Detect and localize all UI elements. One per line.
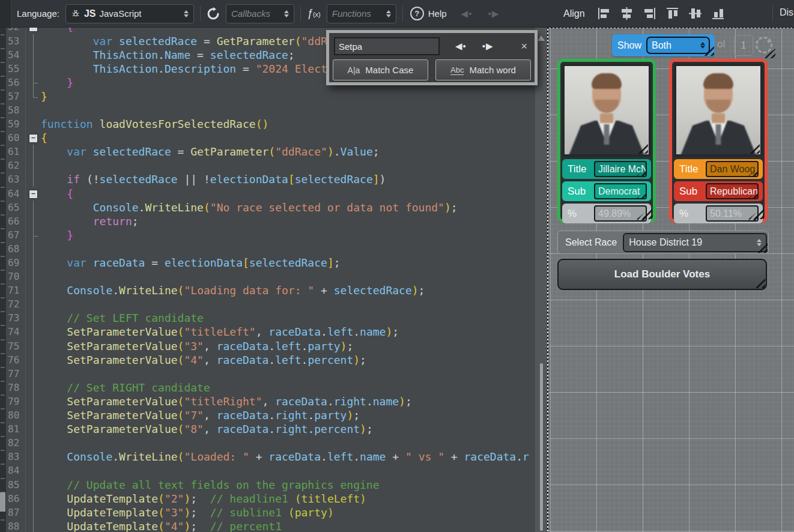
race-dropdown[interactable]: House District 19 [623,233,767,252]
code-line: 70 [0,270,535,283]
sub-input[interactable]: Democrat [594,183,647,199]
line-margin-tick [0,34,6,48]
align-bottom-icon[interactable] [711,6,726,21]
code-line: 59function loadVotesForSelectedRace() [0,117,535,131]
resize-hatch[interactable] [637,213,646,220]
indent-guide [33,339,34,353]
line-margin-tick [0,159,6,172]
sub-input[interactable]: Republican [706,183,759,199]
match-case-button[interactable]: A|a Match Case [333,59,428,80]
find-previous-icon[interactable]: ◀• [455,41,467,52]
load-votes-button[interactable]: Load Boulder Votes [557,259,767,290]
code-editor[interactable]: 52− {53 var selectedRace = GetParameter(… [0,27,535,532]
callbacks-dropdown[interactable]: Callbacks [226,4,294,23]
editor-vertical-scrollbar[interactable] [535,27,547,532]
help-button[interactable]: ? Help [410,7,447,20]
clipped-widget-label: ol [717,38,725,50]
indent-guide-elbow [33,83,38,83]
indent-guide [33,62,34,76]
code-fold-icon[interactable]: − [29,27,38,32]
indent-guide [33,270,34,283]
show-widget[interactable]: Show Both [612,34,715,56]
history-nav: ◀• •▶ [461,8,500,19]
language-dropdown[interactable]: JS JavaScript [65,4,194,23]
percent-input[interactable]: 49.89% [594,205,647,222]
line-number: 64 [6,187,25,201]
fold-gutter [25,436,41,450]
find-next-icon[interactable]: •▶ [482,41,494,52]
scrollbar-thumb[interactable] [540,363,543,531]
line-number: 66 [6,214,25,228]
show-dropdown[interactable]: Both [646,37,710,54]
indent-guide [33,297,34,311]
fold-gutter [25,159,41,172]
fold-gutter [25,381,41,394]
resize-hatch[interactable] [637,169,646,176]
line-margin-tick [0,422,6,436]
candidate-card-left[interactable]: TitleJillaire McNSubDemocrat%49.89% [557,59,656,223]
line-margin-tick [0,270,6,283]
close-icon[interactable]: × [521,40,527,53]
line-margin-tick [0,464,6,477]
line-margin-tick [0,89,6,103]
candidate-photo[interactable] [562,64,651,157]
align-right-icon[interactable] [642,6,657,21]
indent-guide [33,201,34,214]
code-text [41,297,535,311]
resize-hatch[interactable] [753,279,765,288]
code-line: 67 } [0,228,535,242]
fold-gutter [25,422,41,436]
candidate-photo[interactable] [674,64,763,157]
line-number: 65 [6,201,25,214]
align-top-icon[interactable] [665,6,680,21]
title-row: TitleJillaire McN [562,159,651,179]
line-number: 53 [6,34,25,48]
code-text: SetParameterValue("4", raceData.left.per… [41,353,535,367]
percent-row: %50.11% [674,204,763,223]
align-center-horizontal-icon[interactable] [619,6,634,21]
fold-gutter [25,103,41,117]
code-line: 61 var selectedRace = GetParameter("ddRa… [0,145,535,159]
title-row: TitleDan Woog [674,159,763,179]
percent-input[interactable]: 50.11% [706,205,759,222]
language-value: JavaScript [99,8,141,19]
match-word-button[interactable]: Abc Match word [435,59,531,80]
code-line: 81 SetParameterValue("8", raceData.right… [0,422,535,436]
code-fold-icon[interactable]: − [29,190,38,199]
resize-hatch[interactable] [748,169,757,176]
refresh-button[interactable] [207,7,220,20]
line-number: 70 [6,270,25,283]
title-input[interactable]: Jillaire McN [594,161,647,177]
line-number: 58 [6,103,25,117]
rotate-icon[interactable] [756,37,772,53]
graphics-canvas[interactable]: Show Both ol 1 TitleJillaire McNSubDemoc… [547,27,794,532]
spinner-arrows-icon [178,10,189,17]
candidate-card-right[interactable]: TitleDan WoogSubRepublican%50.11% [669,59,768,223]
fold-gutter [25,297,41,311]
find-input[interactable] [334,37,440,55]
align-label: Align [563,8,585,19]
nav-back-icon[interactable]: ◀• [461,8,473,19]
count-spinner[interactable]: 1 [734,35,753,56]
align-middle-vertical-icon[interactable] [688,6,703,21]
line-number: 77 [6,367,25,381]
resize-hatch[interactable] [748,191,757,198]
line-margin-tick [0,214,6,228]
functions-dropdown[interactable]: Functions [327,4,396,23]
indent-guide [33,408,34,422]
fold-gutter [25,117,41,131]
title-input[interactable]: Dan Woog [706,161,759,177]
code-text: Console.WriteLine("Loading data for: " +… [41,283,535,297]
resize-hatch[interactable] [637,191,646,198]
code-fold-icon[interactable]: − [29,134,38,143]
code-text [41,464,535,477]
fold-gutter [25,76,41,89]
line-number: 54 [6,48,25,62]
nav-forward-icon[interactable]: •▶ [488,8,499,19]
align-left-icon[interactable] [596,6,611,21]
code-line: 76 SetParameterValue("4", raceData.left.… [0,353,535,367]
indent-guide [33,394,34,408]
script-spider-icon [71,9,80,19]
resize-hatch[interactable] [748,213,757,220]
scroll-up-arrow-icon[interactable] [538,35,545,41]
